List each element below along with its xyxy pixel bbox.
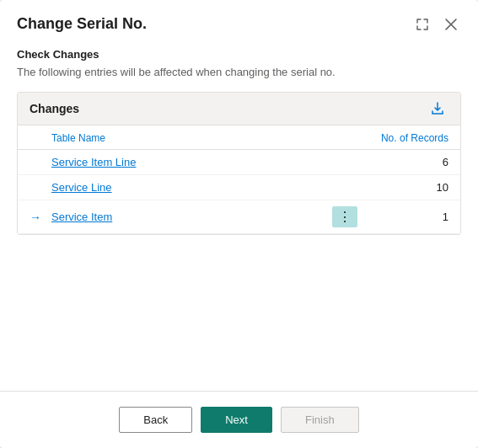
table-container: Table Name No. of Records Service Item L… bbox=[18, 125, 460, 234]
row-link-service-line[interactable]: Service Line bbox=[51, 181, 364, 194]
section-desc: The following entries will be affected w… bbox=[17, 66, 461, 78]
close-icon[interactable] bbox=[441, 16, 461, 33]
dialog-footer: Back Next Finish bbox=[0, 391, 478, 448]
changes-card-title: Changes bbox=[30, 102, 79, 115]
row-actions: ⋮ bbox=[332, 206, 357, 227]
next-button[interactable]: Next bbox=[201, 407, 272, 433]
section-title: Check Changes bbox=[17, 48, 461, 61]
export-icon[interactable] bbox=[427, 99, 448, 118]
expand-icon[interactable] bbox=[412, 16, 432, 33]
table-row: Service Item Line 6 bbox=[18, 150, 460, 175]
finish-button: Finish bbox=[281, 407, 359, 433]
change-serial-dialog: Change Serial No. Check Changes The foll… bbox=[0, 0, 478, 448]
back-button[interactable]: Back bbox=[119, 407, 192, 433]
dialog-body: Check Changes The following entries will… bbox=[0, 41, 478, 377]
row-count-3: 1 bbox=[364, 211, 448, 223]
dialog-header: Change Serial No. bbox=[0, 0, 478, 41]
row-menu-button[interactable]: ⋮ bbox=[332, 206, 357, 227]
table-row: Service Line 10 bbox=[18, 175, 460, 200]
arrow-icon: → bbox=[30, 211, 41, 224]
row-count-2: 10 bbox=[364, 181, 448, 194]
row-link-service-item[interactable]: Service Item bbox=[51, 211, 332, 223]
changes-card: Changes Table Name No. of Records Servic… bbox=[17, 92, 461, 235]
row-count-1: 6 bbox=[364, 156, 448, 168]
col-name-header: Table Name bbox=[51, 132, 364, 144]
changes-card-header: Changes bbox=[18, 93, 460, 125]
table-header: Table Name No. of Records bbox=[18, 125, 460, 150]
row-link-service-item-line[interactable]: Service Item Line bbox=[51, 156, 364, 168]
table-row-active: → Service Item ⋮ 1 bbox=[18, 200, 460, 234]
col-records-header: No. of Records bbox=[364, 132, 448, 144]
header-icons bbox=[412, 16, 461, 33]
dialog-title: Change Serial No. bbox=[17, 15, 147, 33]
